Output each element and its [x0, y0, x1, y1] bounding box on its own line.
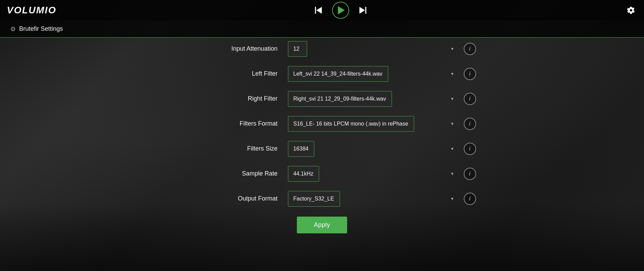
filters-format-row: Filters Format S16_LE- 16 bits LPCM mono…	[168, 113, 476, 135]
left-filter-control: Left_svi 22 14_39_24-filters-44k.wav i	[288, 66, 476, 82]
play-icon	[338, 6, 345, 14]
sample-rate-label: Sample Rate	[168, 170, 288, 177]
filters-format-control: S16_LE- 16 bits LPCM mono (.wav) in rePh…	[288, 116, 476, 132]
left-filter-label: Left Filter	[168, 70, 288, 77]
right-filter-select[interactable]: Right_svi 21 12_29_09-filters-44k.wav	[288, 91, 392, 107]
apply-section: Apply	[168, 217, 476, 233]
settings-title-text: Brutefir Settings	[19, 25, 63, 33]
output-format-select[interactable]: Factory_S32_LE Factory_S16_LE Factory_S2…	[288, 191, 340, 207]
left-filter-select[interactable]: Left_svi 22 14_39_24-filters-44k.wav	[288, 66, 388, 82]
apply-button[interactable]: Apply	[297, 217, 347, 233]
settings-title: ⚙ Brutefir Settings	[10, 25, 63, 33]
settings-button[interactable]	[625, 4, 637, 16]
filters-size-select[interactable]: 16384 8192 4096 2048	[288, 141, 314, 157]
output-format-info-button[interactable]: i	[464, 193, 476, 205]
right-filter-row: Right Filter Right_svi 21 12_29_09-filte…	[168, 88, 476, 110]
right-filter-control: Right_svi 21 12_29_09-filters-44k.wav i	[288, 91, 476, 107]
input-attenuation-select[interactable]: 12 6 0 -6 -12	[288, 41, 307, 57]
filters-size-select-wrapper: 16384 8192 4096 2048	[288, 141, 459, 157]
settings-header: ⚙ Brutefir Settings	[0, 21, 644, 38]
filters-format-select-wrapper: S16_LE- 16 bits LPCM mono (.wav) in rePh…	[288, 116, 459, 132]
filters-size-row: Filters Size 16384 8192 4096 2048 i	[168, 138, 476, 160]
filters-format-info-button[interactable]: i	[464, 118, 476, 130]
left-filter-row: Left Filter Left_svi 22 14_39_24-filters…	[168, 63, 476, 85]
settings-header-icon: ⚙	[10, 25, 16, 33]
right-filter-select-wrapper: Right_svi 21 12_29_09-filters-44k.wav	[288, 91, 459, 107]
output-format-label: Output Format	[168, 195, 288, 202]
filters-size-label: Filters Size	[168, 145, 288, 152]
skip-forward-button[interactable]	[356, 4, 368, 16]
skip-back-icon	[316, 7, 322, 14]
gear-icon	[627, 6, 635, 14]
input-attenuation-info-button[interactable]: i	[464, 43, 476, 55]
output-format-row: Output Format Factory_S32_LE Factory_S16…	[168, 188, 476, 210]
right-filter-label: Right Filter	[168, 95, 288, 102]
sample-rate-control: 44.1kHz 48kHz 96kHz 192kHz i	[288, 166, 476, 182]
skip-forward-icon	[359, 7, 365, 14]
sample-rate-select[interactable]: 44.1kHz 48kHz 96kHz 192kHz	[288, 166, 319, 182]
filters-format-select[interactable]: S16_LE- 16 bits LPCM mono (.wav) in rePh…	[288, 116, 414, 132]
sample-rate-row: Sample Rate 44.1kHz 48kHz 96kHz 192kHz i	[168, 163, 476, 185]
input-attenuation-control: 12 6 0 -6 -12 i	[288, 41, 476, 57]
play-button[interactable]	[332, 2, 349, 19]
filters-size-control: 16384 8192 4096 2048 i	[288, 141, 476, 157]
left-filter-select-wrapper: Left_svi 22 14_39_24-filters-44k.wav	[288, 66, 459, 82]
output-format-control: Factory_S32_LE Factory_S16_LE Factory_S2…	[288, 191, 476, 207]
transport-controls	[313, 2, 368, 19]
sample-rate-select-wrapper: 44.1kHz 48kHz 96kHz 192kHz	[288, 166, 459, 182]
right-filter-info-button[interactable]: i	[464, 93, 476, 105]
sample-rate-info-button[interactable]: i	[464, 168, 476, 180]
left-filter-info-button[interactable]: i	[464, 68, 476, 80]
skip-back-button[interactable]	[313, 4, 325, 16]
input-attenuation-row: Input Attenuation 12 6 0 -6 -12 i	[168, 38, 476, 60]
input-attenuation-select-wrapper: 12 6 0 -6 -12	[288, 41, 459, 57]
filters-size-info-button[interactable]: i	[464, 143, 476, 155]
filters-format-label: Filters Format	[168, 120, 288, 127]
top-bar: VOLUMIO	[0, 0, 644, 21]
app-logo: VOLUMIO	[7, 5, 56, 16]
settings-form: Input Attenuation 12 6 0 -6 -12 i Left F…	[168, 38, 476, 233]
output-format-select-wrapper: Factory_S32_LE Factory_S16_LE Factory_S2…	[288, 191, 459, 207]
input-attenuation-label: Input Attenuation	[168, 45, 288, 52]
